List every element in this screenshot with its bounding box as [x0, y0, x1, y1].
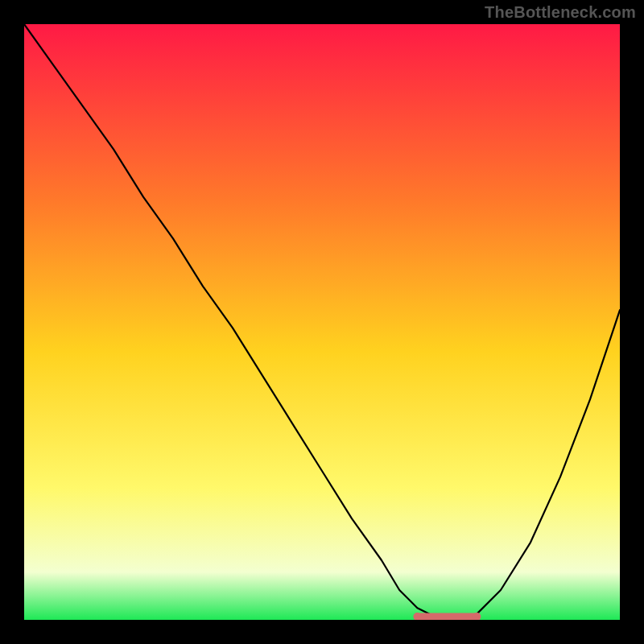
watermark-text: TheBottleneck.com	[485, 3, 636, 22]
plot-area	[24, 24, 620, 620]
gradient-background	[24, 24, 620, 620]
chart-stage: TheBottleneck.com	[0, 0, 644, 644]
plot-svg	[24, 24, 620, 620]
